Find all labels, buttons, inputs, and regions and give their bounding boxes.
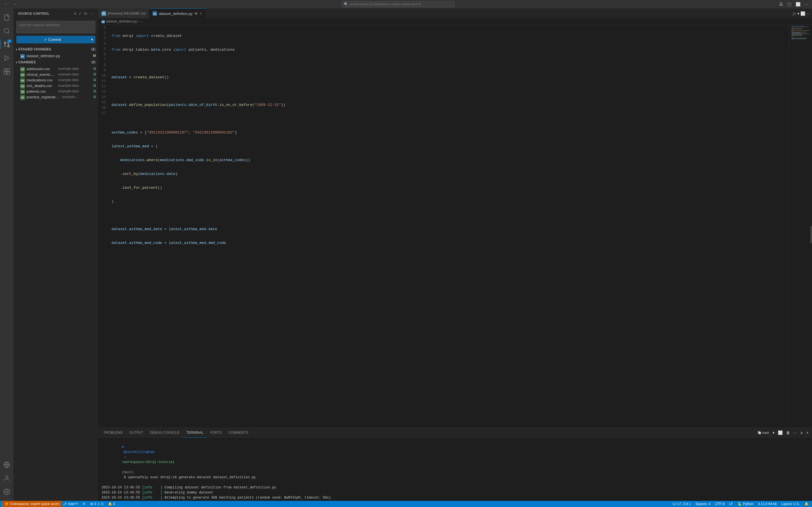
list-item[interactable]: csv practice_registrations.csv example-.… (13, 94, 98, 100)
terminal-close-button[interactable]: × (805, 430, 810, 436)
open-file-button[interactable]: ○ (79, 89, 82, 94)
tab-comments[interactable]: COMMENTS (225, 428, 252, 438)
search-input[interactable] (342, 1, 455, 7)
status-bar-left: ⎇ main*+ ↻ ⊗ 0 ⚠ 0 🔔 0 (61, 502, 116, 506)
sync-status[interactable]: ↻ (82, 502, 87, 506)
more-actions-button[interactable]: ··· (803, 1, 809, 7)
activity-bar-item-remote[interactable] (0, 458, 13, 471)
minimap-thumb[interactable] (810, 226, 812, 243)
back-button[interactable]: ← (3, 1, 10, 7)
tab-debug-console[interactable]: DEBUG CONSOLE (147, 428, 183, 438)
cursor-position-status[interactable]: Ln 17, Col 1 (672, 502, 692, 506)
list-item[interactable]: csv ons_deaths.csv example-data ○ ↩ + U (13, 83, 98, 89)
stage-all-button[interactable]: ≡ (73, 11, 77, 16)
toggle-sidebar-button[interactable]: ☰ (778, 1, 784, 7)
stage-file-button[interactable]: + (88, 72, 92, 76)
csv-file-icon: csv (20, 78, 25, 82)
activity-bar-item-settings[interactable] (0, 485, 13, 499)
changes-section-header[interactable]: ▾ Changes ↩ + 7 (13, 59, 98, 66)
notification-status[interactable]: 🔔 0 (107, 502, 116, 506)
errors-status[interactable]: ⊗ 0 ⚠ 0 (89, 502, 104, 506)
commit-message-input[interactable] (16, 21, 95, 33)
file-name: patients.csv (27, 89, 56, 94)
list-item[interactable]: csv medications.csv example-data ○ ↩ + U (13, 77, 98, 83)
stage-file-button[interactable]: + (88, 78, 92, 82)
terminal-prompt-line: ● @iaindillingham → /workspaces/ehrql-tu… (101, 439, 809, 485)
activity-bar-item-search[interactable] (0, 24, 13, 38)
activity-bar-item-accounts[interactable] (0, 471, 13, 485)
tab-output[interactable]: OUTPUT (126, 428, 147, 438)
tab-preview-readme[interactable]: md [Preview] README.md (98, 8, 149, 18)
layout-status[interactable]: Layout: U.S. (780, 502, 801, 506)
stage-file-button[interactable]: + (88, 95, 92, 99)
split-editor-button[interactable]: ⬜ (801, 11, 805, 16)
tab-terminal[interactable]: TERMINAL (183, 428, 207, 438)
codespace-indicator[interactable]: ⚡ Codespaces: expert space acorn (2, 501, 61, 507)
stage-file-button[interactable]: + (88, 66, 92, 71)
list-item[interactable]: csv addresses.csv example-data ○ ↩ + U (13, 66, 98, 71)
commit-button[interactable]: ✓ Commit (16, 36, 89, 43)
kill-terminal-button[interactable]: 🗑 (785, 430, 791, 436)
tab-dataset-definition[interactable]: py dataset_definition.py M × (149, 8, 206, 18)
spaces-status[interactable]: Spaces: 4 (694, 502, 711, 506)
list-item[interactable]: csv clinical_events.csv example-data ○ ↩… (13, 71, 98, 77)
discard-file-button[interactable]: ↩ (83, 54, 87, 58)
staged-changes-section-header[interactable]: ▾ Staged Changes − 1 (13, 46, 98, 53)
discard-file-button[interactable]: ↩ (83, 72, 87, 76)
activity-bar-item-source-control[interactable]: 7 (0, 38, 13, 51)
terminal-more-actions-button[interactable]: ··· (792, 430, 798, 436)
commit-all-button[interactable]: ✓ (78, 11, 82, 16)
terminal-body[interactable]: ● @iaindillingham → /workspaces/ehrql-tu… (98, 438, 812, 501)
open-file-button[interactable]: ○ (79, 78, 82, 82)
activity-bar-item-run[interactable] (0, 51, 13, 65)
stage-file-button[interactable]: + (88, 89, 92, 94)
tab-close-button[interactable]: × (199, 11, 202, 16)
editor-area[interactable]: 12345 678910 1112131415 1617 from ehrql … (98, 25, 790, 428)
discard-file-button[interactable]: ↩ (83, 78, 87, 82)
terminal-maximize-button[interactable]: ∧ (799, 430, 804, 436)
activity-bar-item-extensions[interactable] (0, 65, 13, 78)
discard-file-button[interactable]: ↩ (83, 83, 87, 88)
discard-file-button[interactable]: ↩ (83, 66, 87, 71)
forward-button[interactable]: → (11, 1, 18, 7)
activity-bar-item-explorer[interactable] (0, 11, 13, 24)
language-status[interactable]: 🐍 Python (737, 502, 755, 506)
commit-dropdown-button[interactable]: ▾ (89, 36, 95, 43)
git-branch-status[interactable]: ⎇ main*+ (61, 502, 80, 506)
tab-problems[interactable]: PROBLEMS (100, 428, 126, 438)
open-file-button[interactable]: ○ (79, 54, 82, 58)
open-file-button[interactable]: ○ (79, 95, 82, 99)
python-icon: 🐍 (738, 502, 742, 506)
eol-status[interactable]: LF (728, 502, 734, 506)
discard-file-button[interactable]: ↩ (83, 89, 87, 94)
notifications-bell[interactable]: 🔔 (803, 502, 810, 506)
breadcrumb-file[interactable]: dataset_definition.py (106, 19, 137, 23)
csv-file-icon: csv (20, 72, 25, 76)
tab-ports[interactable]: PORTS (207, 428, 225, 438)
run-options-button[interactable]: ▾ (797, 11, 799, 16)
code-line-6: dataset.define_population(patients.date_… (112, 102, 787, 108)
notification-count: 0 (113, 502, 115, 506)
open-file-button[interactable]: ○ (79, 66, 82, 71)
code-line-11: .sort_by(medications.date) (112, 171, 787, 177)
new-terminal-dropdown-button[interactable]: ▾ (771, 430, 776, 436)
open-file-button[interactable]: ○ (79, 72, 82, 76)
python-version-status[interactable]: 3.11.6 64-bit (757, 502, 778, 506)
refresh-button[interactable]: ↻ (84, 11, 88, 16)
code-line-15: dataset.asthma_med_date = latest_asthma_… (112, 226, 787, 232)
more-actions-button[interactable]: ··· (89, 11, 94, 16)
toggle-panel-button[interactable]: ⬛ (785, 1, 793, 7)
split-editor-button[interactable]: ⬜ (794, 1, 802, 7)
main-container: 7 (0, 8, 812, 501)
list-item[interactable]: csv patients.csv example-data ○ ↩ + U (13, 89, 98, 94)
split-terminal-button[interactable]: ⬜ (777, 430, 784, 436)
staged-file-item[interactable]: py dataset_definition.py ○ ↩ − M (13, 53, 98, 59)
stage-file-button[interactable]: + (88, 83, 92, 88)
run-python-button[interactable]: ▷ (793, 11, 796, 16)
open-file-button[interactable]: ○ (79, 83, 82, 88)
unstage-file-button[interactable]: − (88, 54, 91, 58)
encoding-status[interactable]: UTF-8 (714, 502, 726, 506)
discard-file-button[interactable]: ↩ (83, 95, 87, 99)
minimap-scrollbar[interactable] (810, 25, 812, 428)
more-editor-actions-button[interactable]: ··· (806, 11, 810, 16)
